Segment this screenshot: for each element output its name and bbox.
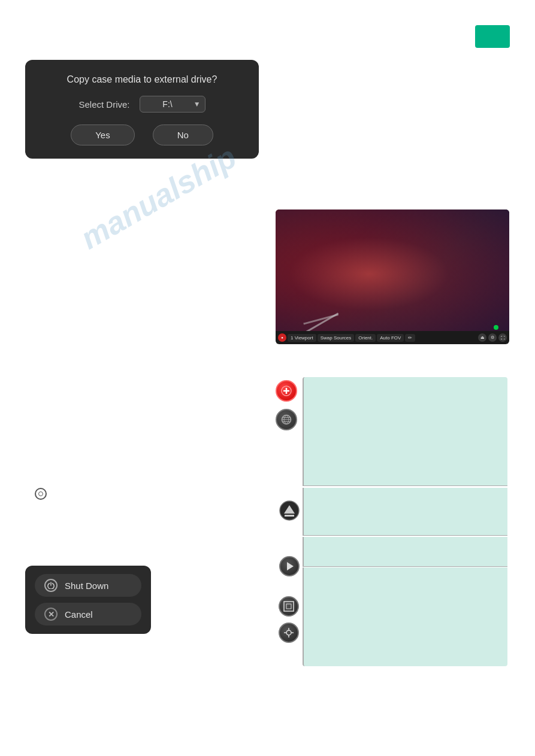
shutdown-dialog: Shut Down ✕ Cancel bbox=[25, 566, 151, 634]
right-icons-column bbox=[276, 380, 297, 430]
video-main: TraiVaid bbox=[276, 210, 509, 338]
cancel-shutdown-button[interactable]: ✕ Cancel bbox=[35, 603, 141, 626]
settings-indicator bbox=[35, 488, 47, 500]
globe-icon-dark[interactable] bbox=[276, 409, 297, 430]
settings-toolbar-button[interactable]: ⚙ bbox=[488, 333, 497, 342]
settings-inner-circle bbox=[38, 491, 43, 496]
copy-case-dialog: Copy case media to external drive? Selec… bbox=[25, 60, 259, 159]
cancel-label: Cancel bbox=[65, 609, 93, 620]
viewport-button[interactable]: 1 Viewport bbox=[288, 334, 316, 342]
x-icon: ✕ bbox=[44, 608, 58, 621]
copy-dialog-title: Copy case media to external drive? bbox=[42, 74, 242, 85]
bottom-icons-column bbox=[279, 596, 299, 643]
orient-button[interactable]: Orient. bbox=[355, 334, 376, 342]
content-panel-3 bbox=[303, 537, 507, 567]
svg-rect-8 bbox=[284, 602, 294, 611]
auto-fov-button[interactable]: Auto FOV bbox=[377, 334, 404, 342]
swap-sources-button[interactable]: Swap Sources bbox=[318, 334, 355, 342]
shutdown-button[interactable]: Shut Down bbox=[35, 574, 141, 597]
crosshair-icon-button[interactable] bbox=[279, 623, 299, 643]
svg-point-10 bbox=[286, 630, 291, 635]
green-button[interactable] bbox=[475, 25, 510, 48]
content-panel-2 bbox=[303, 488, 507, 536]
drive-select[interactable]: F:\ bbox=[140, 96, 205, 113]
medical-icon-red[interactable] bbox=[276, 380, 297, 402]
surgical-video: TraiVaid bbox=[276, 210, 509, 338]
record-button[interactable]: ● bbox=[278, 333, 286, 342]
svg-rect-7 bbox=[285, 515, 294, 517]
play-button[interactable] bbox=[279, 555, 300, 577]
select-drive-label: Select Drive: bbox=[78, 99, 129, 110]
focus-icon-button[interactable] bbox=[279, 596, 299, 617]
play-triangle-icon bbox=[287, 562, 294, 570]
fullscreen-toolbar-button[interactable]: ⛶ bbox=[498, 333, 507, 342]
video-toolbar: ● 1 Viewport Swap Sources Orient. Auto F… bbox=[276, 331, 509, 344]
shutdown-label: Shut Down bbox=[65, 581, 108, 591]
eject-button[interactable] bbox=[279, 500, 300, 521]
content-panel-1 bbox=[303, 377, 507, 486]
yes-button[interactable]: Yes bbox=[71, 125, 134, 145]
video-panel: TraiVaid ⚙ Home Case Setup Surgeon Defau… bbox=[276, 210, 509, 338]
svg-rect-9 bbox=[286, 604, 291, 609]
pencil-button[interactable]: ✏ bbox=[405, 334, 415, 342]
content-panel-4 bbox=[303, 567, 507, 666]
no-button[interactable]: No bbox=[153, 125, 213, 145]
connection-indicator bbox=[494, 325, 498, 330]
eject-toolbar-button[interactable]: ⏏ bbox=[478, 333, 486, 342]
power-icon bbox=[44, 579, 58, 592]
